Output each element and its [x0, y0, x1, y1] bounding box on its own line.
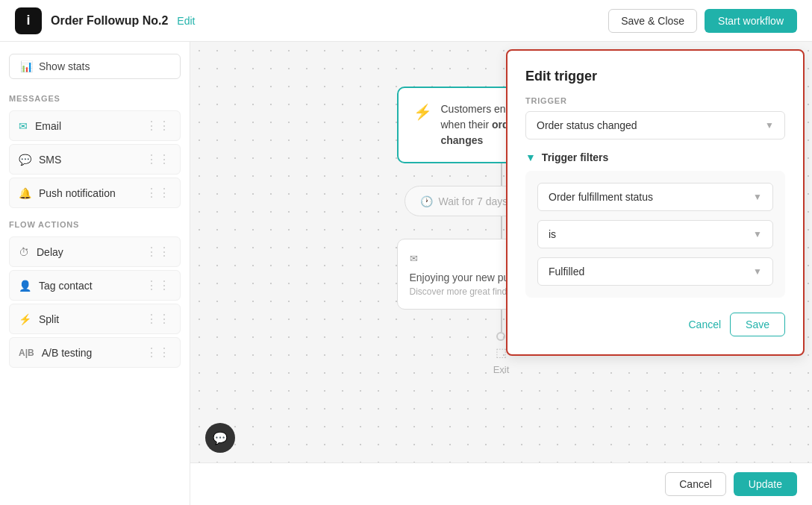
filter2-select[interactable]: is ▼: [537, 220, 773, 248]
tag-icon: 👤: [19, 280, 31, 292]
edit-trigger-panel: Edit trigger TRIGGER Order status change…: [506, 49, 805, 356]
delay-icon: ⏱: [19, 246, 29, 258]
drag-handle-split[interactable]: ⋮⋮: [146, 312, 171, 326]
exit-icon: ⬚: [496, 345, 507, 360]
filter1-select[interactable]: Order fulfillment status ▼: [537, 183, 773, 211]
sidebar-item-ab[interactable]: A|B A/B testing ⋮⋮: [9, 337, 181, 368]
chevron-down-icon: ▼: [765, 120, 774, 131]
app-title: Order Followup No.2: [51, 14, 168, 28]
sidebar-item-email[interactable]: ✉ Email ⋮⋮: [9, 110, 181, 141]
panel-cancel-button[interactable]: Cancel: [688, 319, 721, 330]
sms-label: SMS: [39, 154, 61, 166]
sidebar: 📊 Show stats MESSAGES ✉ Email ⋮⋮ 💬 SMS ⋮…: [0, 42, 190, 505]
stats-icon: 📊: [20, 60, 33, 72]
filter-header: ▼ Trigger filters: [525, 151, 785, 163]
push-label: Push notification: [39, 187, 116, 199]
sidebar-item-tag[interactable]: 👤 Tag contact ⋮⋮: [9, 270, 181, 301]
email-node-icon: ✉: [410, 253, 418, 264]
tag-label: Tag contact: [39, 280, 93, 292]
panel-title: Edit trigger: [525, 69, 785, 84]
app-logo: i: [15, 7, 42, 34]
ab-icon: A|B: [19, 348, 34, 358]
connector-1: [501, 163, 502, 186]
trigger-field: TRIGGER Order status changed ▼: [525, 96, 785, 139]
chat-icon: 💬: [213, 431, 228, 445]
drag-handle-ab[interactable]: ⋮⋮: [146, 345, 171, 360]
filter3-chevron-icon: ▼: [753, 266, 762, 277]
filter2-chevron-icon: ▼: [753, 229, 762, 239]
trigger-select[interactable]: Order status changed ▼: [525, 111, 785, 139]
filter-toggle-icon[interactable]: ▼: [525, 151, 536, 163]
filter1-value: Order fulfillment status: [549, 191, 653, 203]
filter3-value: Fulfilled: [549, 266, 584, 277]
bottom-bar: Cancel Update: [190, 462, 812, 505]
trigger-field-label: TRIGGER: [525, 96, 785, 105]
show-stats-label: Show stats: [39, 60, 90, 72]
ab-label: A/B testing: [42, 347, 93, 359]
filter3-select[interactable]: Fulfilled ▼: [537, 257, 773, 286]
clock-icon: 🕐: [420, 195, 433, 207]
show-stats-button[interactable]: 📊 Show stats: [9, 54, 181, 79]
update-button[interactable]: Update: [734, 472, 797, 496]
cancel-button[interactable]: Cancel: [665, 472, 726, 496]
filter2-value: is: [549, 228, 556, 240]
start-workflow-button[interactable]: Start workflow: [705, 9, 797, 33]
trigger-icon: ⚡: [413, 103, 432, 121]
drag-handle-sms[interactable]: ⋮⋮: [146, 152, 171, 166]
filter-title: Trigger filters: [542, 151, 608, 163]
wait-label: Wait for 7 days: [439, 195, 508, 207]
drag-handle-delay[interactable]: ⋮⋮: [146, 245, 171, 259]
delay-label: Delay: [37, 246, 63, 258]
drag-handle-email[interactable]: ⋮⋮: [146, 119, 171, 133]
trigger-select-value: Order status changed: [537, 119, 637, 131]
panel-save-button[interactable]: Save: [730, 313, 785, 336]
email-label: Email: [35, 120, 61, 132]
exit-circle: [496, 332, 505, 341]
filter-section: ▼ Trigger filters Order fulfillment stat…: [525, 151, 785, 298]
push-icon: 🔔: [19, 187, 31, 199]
sidebar-item-push[interactable]: 🔔 Push notification ⋮⋮: [9, 178, 181, 208]
drag-handle-tag[interactable]: ⋮⋮: [146, 278, 171, 292]
messages-section-label: MESSAGES: [9, 94, 181, 103]
save-close-button[interactable]: Save & Close: [608, 9, 697, 33]
filter1-chevron-icon: ▼: [753, 192, 762, 202]
sidebar-item-sms[interactable]: 💬 SMS ⋮⋮: [9, 144, 181, 175]
mail-icon: ✉: [19, 120, 28, 132]
split-label: Split: [39, 313, 59, 325]
sidebar-item-delay[interactable]: ⏱ Delay ⋮⋮: [9, 236, 181, 267]
split-icon: ⚡: [19, 313, 31, 325]
filter-box: Order fulfillment status ▼ is ▼ Fulfille…: [525, 171, 785, 298]
exit-label: Exit: [493, 364, 510, 375]
flow-actions-section-label: FLOW ACTIONS: [9, 220, 181, 229]
connector-2: [501, 216, 502, 239]
header-right: Save & Close Start workflow: [608, 9, 797, 33]
header-left: i Order Followup No.2 Edit: [15, 7, 195, 34]
drag-handle-push[interactable]: ⋮⋮: [146, 186, 171, 200]
header: i Order Followup No.2 Edit Save & Close …: [0, 0, 812, 42]
panel-actions: Cancel Save: [525, 313, 785, 336]
connector-3: [501, 310, 502, 332]
workflow-canvas: ⚡ Customers enter the workflow when thei…: [190, 42, 812, 505]
chat-button[interactable]: 💬: [205, 423, 235, 453]
sms-icon: 💬: [19, 154, 31, 166]
edit-link[interactable]: Edit: [177, 15, 195, 27]
sidebar-item-split[interactable]: ⚡ Split ⋮⋮: [9, 304, 181, 334]
main-layout: 📊 Show stats MESSAGES ✉ Email ⋮⋮ 💬 SMS ⋮…: [0, 42, 812, 505]
